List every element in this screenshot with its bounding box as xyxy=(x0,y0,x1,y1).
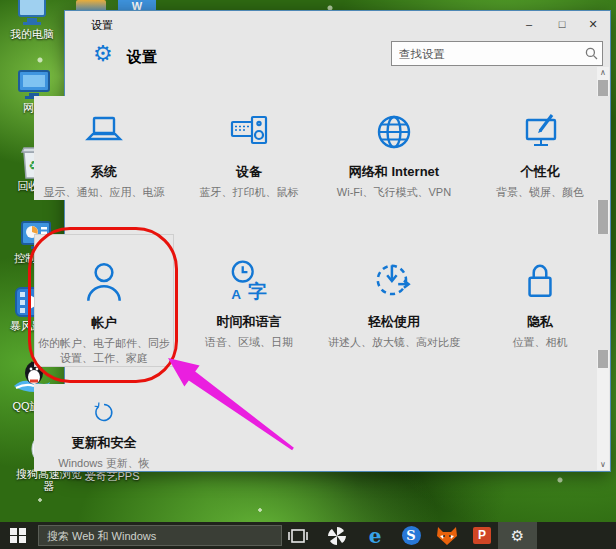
window-title: 设置 xyxy=(91,18,113,33)
tile-subtitle: 蓝牙、打印机、鼠标 xyxy=(200,185,299,200)
tile-devices[interactable]: 设备 蓝牙、打印机、鼠标 xyxy=(179,96,319,200)
maximize-button[interactable]: □ xyxy=(547,11,577,37)
clock-language-icon: A 字 xyxy=(226,258,272,304)
minimize-button[interactable]: – xyxy=(514,11,544,37)
sogou-icon: S xyxy=(402,526,421,545)
tile-subtitle: 位置、相机 xyxy=(513,335,568,350)
tile-title: 个性化 xyxy=(521,163,560,181)
tile-personalization[interactable]: 个性化 背景、锁屏、颜色 xyxy=(470,96,610,200)
computer-icon xyxy=(15,0,49,28)
update-refresh-icon xyxy=(81,400,127,425)
powerpoint-icon: P xyxy=(473,527,491,544)
task-view-button[interactable] xyxy=(283,522,313,549)
tile-subtitle: 背景、锁屏、颜色 xyxy=(496,185,584,200)
taskbar-app-fox[interactable] xyxy=(432,522,462,549)
edge-icon: e xyxy=(369,526,382,546)
settings-search-input[interactable] xyxy=(391,41,603,66)
window-titlebar[interactable]: 设置 – □ ✕ xyxy=(65,11,610,37)
tile-system[interactable]: 系统 显示、通知、应用、电源 xyxy=(34,96,174,200)
tile-title: 网络和 Internet xyxy=(349,163,439,181)
gear-icon: ⚙ xyxy=(511,527,524,545)
globe-icon xyxy=(372,110,416,154)
partial-desktop-icon xyxy=(76,0,106,10)
screen: 我的电脑 网络 ♻ 回收站 控制面板 暴风影音 xyxy=(0,0,616,549)
search-icon xyxy=(585,47,598,60)
fox-icon xyxy=(436,526,458,546)
devices-icon xyxy=(227,110,271,154)
tile-accounts[interactable]: 帐户 你的帐户、电子邮件、同步设置、工作、家庭 xyxy=(34,234,174,367)
taskbar: e S P ⚙ xyxy=(0,522,616,549)
svg-text:A: A xyxy=(231,287,241,302)
lock-icon xyxy=(517,258,563,304)
taskbar-app-edge[interactable]: e xyxy=(360,522,390,549)
tile-title: 轻松使用 xyxy=(368,313,420,331)
scroll-down-icon[interactable]: ∨ xyxy=(597,459,609,470)
desktop-icon-my-computer[interactable]: 我的电脑 xyxy=(0,0,64,40)
taskbar-search-input[interactable] xyxy=(38,525,282,546)
start-button[interactable] xyxy=(0,522,36,549)
close-button[interactable]: ✕ xyxy=(578,11,608,37)
taskbar-app-settings-active[interactable]: ⚙ xyxy=(498,522,537,549)
personalization-icon xyxy=(518,110,562,154)
laptop-icon xyxy=(82,110,126,154)
desktop-icon-label: 我的电脑 xyxy=(10,28,54,40)
tile-subtitle: 你的帐户、电子邮件、同步设置、工作、家庭 xyxy=(38,336,170,366)
tile-subtitle: 语音、区域、日期 xyxy=(205,335,293,350)
tile-title: 时间和语言 xyxy=(217,313,282,331)
taskbar-app-sogou[interactable]: S xyxy=(396,522,426,549)
pinwheel-icon xyxy=(327,526,347,546)
tile-subtitle: 显示、通知、应用、电源 xyxy=(44,185,165,200)
partial-desktop-icon-word: W xyxy=(118,0,156,10)
scroll-up-icon[interactable]: ∧ xyxy=(597,67,609,78)
windows-logo-icon xyxy=(10,528,26,544)
tile-title: 设备 xyxy=(236,163,262,181)
tile-title: 帐户 xyxy=(91,314,117,332)
tile-subtitle: Wi-Fi、飞行模式、VPN xyxy=(337,185,451,200)
tile-title: 更新和安全 xyxy=(72,434,137,452)
settings-gear-icon: ⚙ xyxy=(93,43,113,65)
tile-subtitle: Windows 更新、恢 xyxy=(58,456,150,471)
page-title: 设置 xyxy=(127,48,157,67)
taskbar-app-powerpoint[interactable]: P xyxy=(467,522,497,549)
tile-time-language[interactable]: A 字 时间和语言 语音、区域、日期 xyxy=(179,234,319,350)
tile-network[interactable]: 网络和 Internet Wi-Fi、飞行模式、VPN xyxy=(324,96,464,200)
ease-of-access-icon xyxy=(371,258,417,304)
svg-text:字: 字 xyxy=(248,281,267,302)
taskbar-app-pinwheel[interactable] xyxy=(322,522,352,549)
tile-title: 隐私 xyxy=(527,313,553,331)
person-icon xyxy=(81,259,127,305)
tile-ease-of-access[interactable]: 轻松使用 讲述人、放大镜、高对比度 xyxy=(324,234,464,350)
task-view-icon xyxy=(287,527,309,545)
tile-title: 系统 xyxy=(91,163,117,181)
tile-privacy[interactable]: 隐私 位置、相机 xyxy=(470,234,610,350)
tile-update-security[interactable]: 更新和安全 Windows 更新、恢 xyxy=(34,384,174,471)
tile-subtitle: 讲述人、放大镜、高对比度 xyxy=(328,335,460,350)
